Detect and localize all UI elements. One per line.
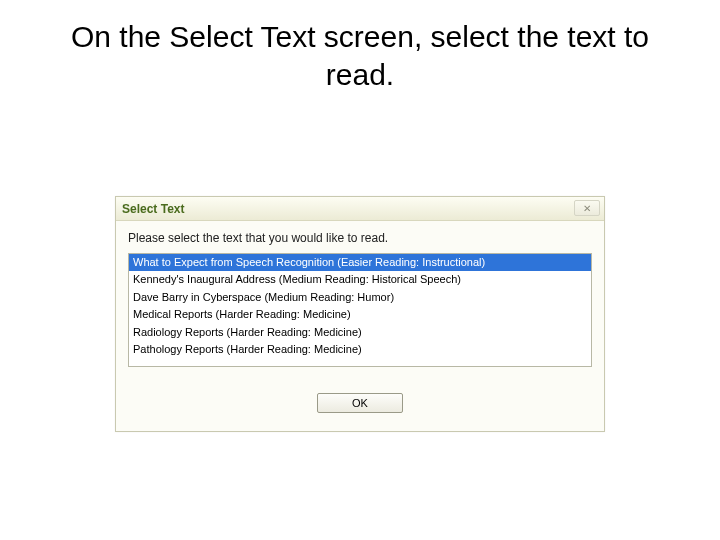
listbox-padding <box>129 358 591 366</box>
list-item[interactable]: Dave Barry in Cyberspace (Medium Reading… <box>129 289 591 306</box>
list-item[interactable]: Kennedy's Inaugural Address (Medium Read… <box>129 271 591 288</box>
dialog-titlebar: Select Text ✕ <box>116 197 604 221</box>
select-text-dialog: Select Text ✕ Please select the text tha… <box>115 196 605 432</box>
dialog-instruction: Please select the text that you would li… <box>128 231 592 245</box>
list-item[interactable]: Radiology Reports (Harder Reading: Medic… <box>129 324 591 341</box>
list-item[interactable]: Medical Reports (Harder Reading: Medicin… <box>129 306 591 323</box>
list-item[interactable]: What to Expect from Speech Recognition (… <box>129 254 591 271</box>
dialog-body: Please select the text that you would li… <box>116 221 604 431</box>
close-icon: ✕ <box>583 203 591 214</box>
ok-button[interactable]: OK <box>317 393 403 413</box>
dialog-title: Select Text <box>122 202 184 216</box>
slide-title: On the Select Text screen, select the te… <box>0 0 720 93</box>
text-listbox[interactable]: What to Expect from Speech Recognition (… <box>128 253 592 367</box>
list-item[interactable]: Pathology Reports (Harder Reading: Medic… <box>129 341 591 358</box>
close-button[interactable]: ✕ <box>574 200 600 216</box>
dialog-button-row: OK <box>128 393 592 417</box>
